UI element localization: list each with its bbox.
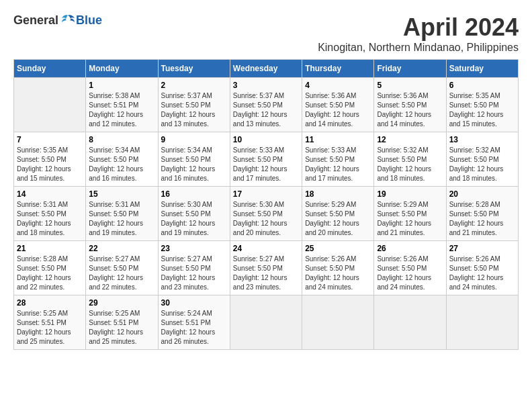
day-number: 17 (233, 189, 299, 199)
calendar-table: SundayMondayTuesdayWednesdayThursdayFrid… (13, 59, 519, 350)
logo-bird-icon (60, 14, 76, 28)
calendar-cell (374, 295, 446, 350)
day-info: Sunrise: 5:30 AMSunset: 5:50 PMDaylight:… (233, 200, 299, 238)
calendar-cell: 7Sunrise: 5:35 AMSunset: 5:50 PMDaylight… (14, 132, 86, 187)
calendar-cell: 26Sunrise: 5:26 AMSunset: 5:50 PMDayligh… (374, 241, 446, 295)
calendar-cell (446, 295, 518, 350)
day-number: 6 (449, 81, 515, 90)
location-subtitle: Kinogitan, Northern Mindanao, Philippine… (318, 42, 519, 54)
calendar-week-row: 1Sunrise: 5:38 AMSunset: 5:51 PMDaylight… (14, 78, 519, 132)
day-number: 7 (17, 135, 83, 144)
calendar-cell: 13Sunrise: 5:32 AMSunset: 5:50 PMDayligh… (446, 132, 518, 187)
day-number: 2 (161, 81, 227, 90)
calendar-cell: 23Sunrise: 5:27 AMSunset: 5:50 PMDayligh… (158, 241, 230, 295)
day-info: Sunrise: 5:38 AMSunset: 5:51 PMDaylight:… (89, 91, 154, 129)
calendar-cell (302, 295, 374, 350)
day-info: Sunrise: 5:31 AMSunset: 5:50 PMDaylight:… (17, 200, 83, 238)
calendar-cell: 28Sunrise: 5:25 AMSunset: 5:51 PMDayligh… (14, 295, 86, 350)
day-number: 3 (233, 81, 299, 90)
calendar-body: 1Sunrise: 5:38 AMSunset: 5:51 PMDaylight… (14, 78, 519, 350)
day-number: 4 (305, 81, 371, 90)
day-info: Sunrise: 5:24 AMSunset: 5:51 PMDaylight:… (161, 309, 227, 347)
day-info: Sunrise: 5:37 AMSunset: 5:50 PMDaylight:… (161, 91, 227, 129)
day-number: 5 (377, 81, 443, 90)
day-number: 21 (17, 244, 83, 253)
day-info: Sunrise: 5:35 AMSunset: 5:50 PMDaylight:… (449, 91, 515, 129)
calendar-week-row: 21Sunrise: 5:28 AMSunset: 5:50 PMDayligh… (14, 241, 519, 295)
day-info: Sunrise: 5:25 AMSunset: 5:51 PMDaylight:… (17, 309, 83, 347)
day-info: Sunrise: 5:27 AMSunset: 5:50 PMDaylight:… (233, 255, 299, 292)
calendar-cell: 12Sunrise: 5:32 AMSunset: 5:50 PMDayligh… (374, 132, 446, 187)
day-info: Sunrise: 5:31 AMSunset: 5:50 PMDaylight:… (89, 200, 154, 238)
logo-general-text: General (13, 13, 58, 28)
day-number: 8 (89, 135, 154, 144)
day-info: Sunrise: 5:26 AMSunset: 5:50 PMDaylight:… (377, 255, 443, 292)
day-info: Sunrise: 5:28 AMSunset: 5:50 PMDaylight:… (17, 255, 83, 292)
day-number: 25 (305, 244, 371, 253)
logo-blue-text: Blue (76, 13, 102, 28)
day-info: Sunrise: 5:32 AMSunset: 5:50 PMDaylight:… (377, 146, 443, 183)
calendar-cell: 9Sunrise: 5:34 AMSunset: 5:50 PMDaylight… (158, 132, 230, 187)
calendar-cell: 3Sunrise: 5:37 AMSunset: 5:50 PMDaylight… (230, 78, 302, 132)
day-info: Sunrise: 5:27 AMSunset: 5:50 PMDaylight:… (161, 255, 227, 292)
weekday-header-monday: Monday (86, 60, 158, 78)
calendar-cell: 4Sunrise: 5:36 AMSunset: 5:50 PMDaylight… (302, 78, 374, 132)
day-info: Sunrise: 5:30 AMSunset: 5:50 PMDaylight:… (161, 200, 227, 238)
calendar-cell: 29Sunrise: 5:25 AMSunset: 5:51 PMDayligh… (86, 295, 158, 350)
calendar-cell: 22Sunrise: 5:27 AMSunset: 5:50 PMDayligh… (86, 241, 158, 295)
calendar-cell: 19Sunrise: 5:29 AMSunset: 5:50 PMDayligh… (374, 187, 446, 241)
day-info: Sunrise: 5:36 AMSunset: 5:50 PMDaylight:… (377, 91, 443, 129)
day-info: Sunrise: 5:29 AMSunset: 5:50 PMDaylight:… (377, 200, 443, 238)
calendar-cell: 30Sunrise: 5:24 AMSunset: 5:51 PMDayligh… (158, 295, 230, 350)
day-info: Sunrise: 5:33 AMSunset: 5:50 PMDaylight:… (305, 146, 371, 183)
day-info: Sunrise: 5:35 AMSunset: 5:50 PMDaylight:… (17, 146, 83, 183)
calendar-cell: 1Sunrise: 5:38 AMSunset: 5:51 PMDaylight… (86, 78, 158, 132)
calendar-cell: 21Sunrise: 5:28 AMSunset: 5:50 PMDayligh… (14, 241, 86, 295)
day-number: 13 (449, 135, 515, 144)
month-year-title: April 2024 (318, 13, 519, 42)
calendar-cell: 17Sunrise: 5:30 AMSunset: 5:50 PMDayligh… (230, 187, 302, 241)
day-number: 27 (449, 244, 515, 253)
day-number: 10 (233, 135, 299, 144)
day-info: Sunrise: 5:32 AMSunset: 5:50 PMDaylight:… (449, 146, 515, 183)
day-number: 24 (233, 244, 299, 253)
day-info: Sunrise: 5:26 AMSunset: 5:50 PMDaylight:… (449, 255, 515, 292)
weekday-header-tuesday: Tuesday (158, 60, 230, 78)
calendar-cell: 8Sunrise: 5:34 AMSunset: 5:50 PMDaylight… (86, 132, 158, 187)
weekday-header-sunday: Sunday (14, 60, 86, 78)
calendar-cell: 6Sunrise: 5:35 AMSunset: 5:50 PMDaylight… (446, 78, 518, 132)
calendar-week-row: 14Sunrise: 5:31 AMSunset: 5:50 PMDayligh… (14, 187, 519, 241)
page-header: General Blue April 2024 Kinogitan, North… (13, 13, 519, 54)
weekday-header-saturday: Saturday (446, 60, 518, 78)
day-number: 12 (377, 135, 443, 144)
day-number: 28 (17, 298, 83, 308)
calendar-cell (230, 295, 302, 350)
calendar-header: SundayMondayTuesdayWednesdayThursdayFrid… (14, 60, 519, 78)
day-info: Sunrise: 5:34 AMSunset: 5:50 PMDaylight:… (161, 146, 227, 183)
weekday-header-row: SundayMondayTuesdayWednesdayThursdayFrid… (14, 60, 519, 78)
day-number: 20 (449, 189, 515, 199)
calendar-cell: 11Sunrise: 5:33 AMSunset: 5:50 PMDayligh… (302, 132, 374, 187)
day-number: 26 (377, 244, 443, 253)
day-number: 19 (377, 189, 443, 199)
day-info: Sunrise: 5:34 AMSunset: 5:50 PMDaylight:… (89, 146, 154, 183)
day-info: Sunrise: 5:28 AMSunset: 5:50 PMDaylight:… (449, 200, 515, 238)
day-number: 30 (161, 298, 227, 308)
weekday-header-thursday: Thursday (302, 60, 374, 78)
day-info: Sunrise: 5:36 AMSunset: 5:50 PMDaylight:… (305, 91, 371, 129)
calendar-cell: 16Sunrise: 5:30 AMSunset: 5:50 PMDayligh… (158, 187, 230, 241)
calendar-week-row: 7Sunrise: 5:35 AMSunset: 5:50 PMDaylight… (14, 132, 519, 187)
day-info: Sunrise: 5:29 AMSunset: 5:50 PMDaylight:… (305, 200, 371, 238)
calendar-cell: 15Sunrise: 5:31 AMSunset: 5:50 PMDayligh… (86, 187, 158, 241)
day-number: 22 (89, 244, 154, 253)
weekday-header-friday: Friday (374, 60, 446, 78)
calendar-cell: 2Sunrise: 5:37 AMSunset: 5:50 PMDaylight… (158, 78, 230, 132)
day-info: Sunrise: 5:37 AMSunset: 5:50 PMDaylight:… (233, 91, 299, 129)
logo: General Blue (13, 13, 102, 28)
day-number: 29 (89, 298, 154, 308)
day-number: 1 (89, 81, 154, 90)
calendar-cell: 5Sunrise: 5:36 AMSunset: 5:50 PMDaylight… (374, 78, 446, 132)
day-number: 16 (161, 189, 227, 199)
weekday-header-wednesday: Wednesday (230, 60, 302, 78)
day-number: 9 (161, 135, 227, 144)
